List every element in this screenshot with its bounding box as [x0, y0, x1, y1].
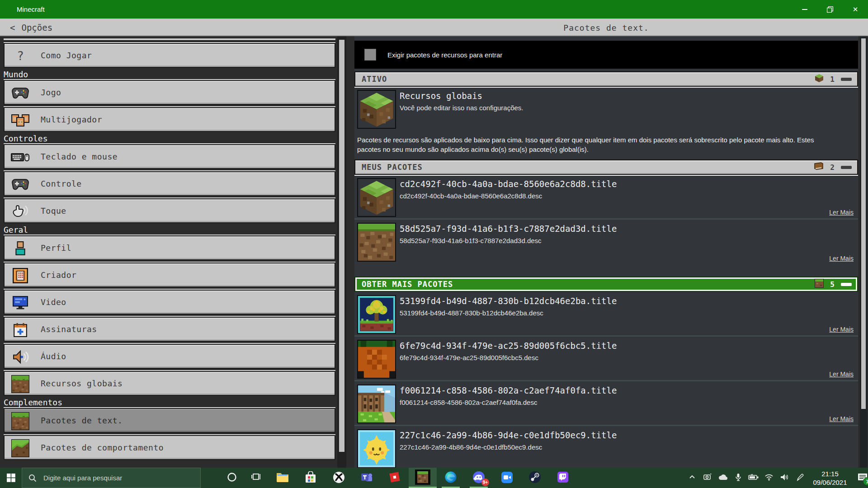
tray-game-bar[interactable]	[700, 468, 715, 488]
pack-row[interactable]: 58d525a7-f93d-41a6-b1f3-c7887e2dad3d.tit…	[354, 222, 858, 264]
minimize-icon	[802, 9, 807, 10]
sidebar-item-controle[interactable]: Controle	[4, 171, 335, 196]
taskbar-clock[interactable]: 21:1509/06/2021	[807, 469, 853, 487]
restore-button[interactable]	[817, 0, 843, 19]
pack-row[interactable]: Recursos globaisVocê pode editar isso na…	[354, 89, 858, 131]
pack-title: Recursos globais	[400, 91, 854, 101]
pack-description: f0061214-c858-4586-802a-c2aef74af0fa.des…	[400, 399, 854, 406]
sidebar-item-recursos-globais[interactable]: Recursos globais	[4, 371, 335, 396]
panel-scrollbar-thumb[interactable]	[861, 38, 866, 409]
collapse-minus-icon[interactable]	[841, 283, 852, 286]
close-icon: ✕	[853, 6, 859, 13]
read-more-link[interactable]: Ler Mais	[829, 209, 854, 216]
tray-volume[interactable]	[777, 468, 792, 488]
start-button[interactable]	[0, 468, 22, 488]
pack-title: 227c1c46-2a99-4b86-9d4e-c0e1dfb50ec9.tit…	[400, 430, 854, 440]
minimize-button[interactable]	[792, 0, 817, 19]
grass-flat-icon	[11, 375, 30, 394]
pack-row[interactable]: 53199fd4-b49d-4887-830b-b12dcb46e2ba.tit…	[354, 294, 858, 337]
read-more-link[interactable]: Ler Mais	[829, 326, 854, 333]
pack-description: 58d525a7-f93d-41a6-b1f3-c7887e2dad3d.des…	[400, 237, 854, 244]
notification-center-button[interactable]: 7	[853, 468, 868, 488]
read-more-link[interactable]: Ler Mais	[829, 255, 854, 262]
taskbar-app-zoom[interactable]	[493, 468, 521, 488]
wifi-icon	[764, 474, 774, 482]
sidebar-item-teclado-e-mouse[interactable]: Teclado e mouse	[4, 144, 335, 169]
sidebar-item-label: Recursos globais	[41, 379, 123, 388]
taskbar-app-discord[interactable]: 9+	[465, 468, 493, 488]
sidebar-list: ?Como JogarMundoJogoMultijogadorControle…	[4, 43, 335, 462]
back-button[interactable]: < Opções	[7, 22, 55, 33]
tray-battery[interactable]	[746, 468, 761, 488]
microsoft-store-icon	[305, 471, 316, 485]
tray-hidden-icons-chevron[interactable]	[684, 468, 700, 488]
taskbar-app-microsoft-store[interactable]	[297, 468, 325, 488]
grass-flat-icon	[11, 412, 30, 431]
section-pack-count: 2	[830, 163, 835, 172]
pack-row[interactable]: f0061214-c858-4586-802a-c2aef74af0fa.tit…	[354, 384, 858, 426]
section-header-right: 1	[815, 72, 852, 86]
taskbar-app-cortana[interactable]	[220, 468, 244, 488]
sidebar-item-label: Multijogador	[41, 115, 102, 124]
collapse-minus-icon[interactable]	[841, 166, 852, 169]
require-packs-label: Exigir pacotes de recursos para entrar	[387, 51, 502, 59]
pack-row[interactable]: 227c1c46-2a99-4b86-9d4e-c0e1dfb50ec9.tit…	[354, 428, 858, 468]
clock-date: 09/06/2021	[807, 478, 853, 487]
tray-wifi[interactable]	[761, 468, 777, 488]
taskbar-apps: 9+	[220, 468, 577, 488]
windows-taskbar: 9+ 21:1509/06/20217	[0, 468, 868, 488]
collapse-minus-icon[interactable]	[841, 78, 852, 81]
window-titlebar: Minecraft	[0, 0, 868, 19]
tray-microphone[interactable]	[731, 468, 746, 488]
taskbar-app-teams[interactable]	[353, 468, 381, 488]
sidebar-item-label: Pacotes de comportamento	[41, 443, 164, 452]
zoom-icon	[501, 471, 513, 485]
audio-icon	[11, 347, 30, 366]
tray-pen[interactable]	[792, 468, 807, 488]
sidebar-item-label: Perfil	[41, 243, 71, 253]
restore-icon	[827, 6, 833, 13]
sidebar-item-jogo[interactable]: Jogo	[4, 80, 335, 105]
sidebar-item-multijogador[interactable]: Multijogador	[4, 107, 335, 132]
pack-row[interactable]: cd2c492f-40cb-4a0a-bdae-8560e6a2c8d8.tit…	[354, 177, 858, 220]
sidebar-item-assinaturas[interactable]: Assinaturas	[4, 317, 335, 342]
require-packs-checkbox[interactable]	[364, 49, 376, 61]
taskbar-app-twitch[interactable]	[549, 468, 577, 488]
section-header-meus-pacotes[interactable]: MEUS PACOTES2	[354, 160, 858, 175]
sidebar-item-video[interactable]: Video	[4, 290, 335, 314]
taskbar-app-xbox[interactable]	[325, 468, 353, 488]
sidebar-item-pacotes-de-text[interactable]: Pacotes de text.	[4, 408, 335, 433]
sidebar-item-perfil[interactable]: Perfil	[4, 235, 335, 260]
taskbar-app-task-view[interactable]	[244, 468, 269, 488]
taskbar-app-edge[interactable]	[437, 468, 465, 488]
tray-onedrive[interactable]	[715, 468, 731, 488]
active-section: ATIVO1Recursos globaisVocê pode editar i…	[354, 71, 858, 131]
section-header-ativo[interactable]: ATIVO1	[354, 71, 858, 87]
close-button[interactable]: ✕	[843, 0, 868, 19]
taskbar-app-steam[interactable]	[521, 468, 549, 488]
taskbar-app-roblox[interactable]	[381, 468, 409, 488]
cortana-icon	[227, 472, 237, 483]
minecraft-window: Minecraft ✕ < Opções Pacotes de text. ?C…	[0, 0, 868, 488]
taskbar-app-file-explorer[interactable]	[269, 468, 297, 488]
sidebar-item-criador[interactable]: Criador	[4, 263, 335, 287]
sidebar-item-toque[interactable]: Toque	[4, 198, 335, 223]
taskbar-search[interactable]	[22, 468, 201, 488]
sidebar-scrollbar-thumb[interactable]	[339, 40, 344, 452]
sidebar-item-udio[interactable]: Áudio	[4, 344, 335, 369]
onedrive-icon	[718, 474, 728, 482]
sidebar-item-pacotes-de-comportamento[interactable]: Pacotes de comportamento	[4, 435, 335, 460]
taskbar-app-minecraft[interactable]	[409, 468, 437, 488]
sidebar-item-como-jogar[interactable]: ?Como Jogar	[4, 43, 335, 68]
require-packs-row[interactable]: Exigir pacotes de recursos para entrar	[354, 41, 858, 69]
read-more-link[interactable]: Ler Mais	[829, 371, 854, 378]
search-input[interactable]	[42, 474, 192, 482]
panel-scrollbar[interactable]	[860, 36, 867, 468]
video-icon	[11, 293, 30, 312]
back-label: Opções	[21, 23, 52, 33]
twitch-icon	[557, 471, 569, 485]
pack-row[interactable]: 6fe79c4d-934f-479e-ac25-89d005f6cbc5.tit…	[354, 339, 858, 381]
section-header-obter-mais-pacotes[interactable]: OBTER MAIS PACOTES5	[354, 277, 858, 292]
read-more-link[interactable]: Ler Mais	[829, 415, 854, 422]
sidebar-scrollbar[interactable]	[337, 36, 346, 468]
